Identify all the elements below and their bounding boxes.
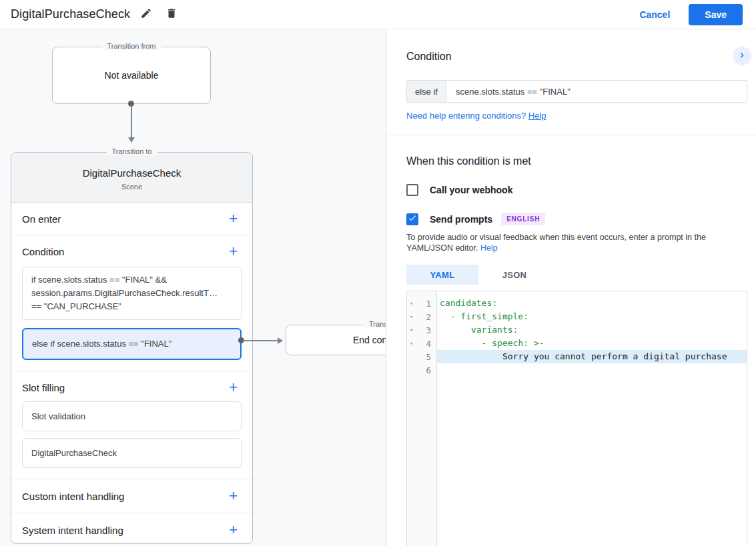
trash-icon — [165, 7, 177, 21]
prompt-help-link[interactable]: Help — [480, 243, 498, 253]
editor-gutter: ▾1 ▾2 ▾3 ▾4 5 6 — [407, 291, 437, 546]
custom-intent-label: Custom intent handling — [22, 491, 124, 502]
arrow-down-icon — [128, 137, 135, 143]
condition-prefix-label: else if — [407, 81, 446, 102]
transition-from-legend: Transition from — [102, 42, 161, 50]
slot-filling-label: Slot filling — [22, 382, 65, 393]
scene-name: DigitalPurchaseCheck — [11, 167, 252, 179]
transition-from-content: Not available — [53, 47, 210, 103]
main-area: Transition from Not available Transition… — [0, 29, 756, 546]
code-line: - speech: >- — [437, 337, 747, 350]
add-slot-button[interactable]: + — [228, 380, 239, 395]
line-number: 6 — [417, 365, 436, 375]
panel-title: Condition — [406, 51, 747, 63]
panel-divider — [386, 135, 756, 135]
condition-input-row: else if — [406, 80, 747, 103]
add-condition-button[interactable]: + — [228, 244, 239, 259]
line-number: 3 — [417, 325, 436, 335]
condition-section-label: Condition — [22, 246, 64, 257]
condition-if-line1: if scene.slots.status == "FINAL" && — [31, 273, 232, 287]
add-system-intent-button[interactable]: + — [228, 523, 239, 537]
send-prompts-label: Send prompts — [430, 214, 492, 225]
pencil-icon — [140, 7, 152, 21]
transition-from-node: Transition from Not available — [52, 47, 211, 104]
prompt-description: To provide audio or visual feedback when… — [406, 232, 747, 253]
edit-name-button[interactable] — [137, 5, 155, 24]
editor-code-area[interactable]: candidates: - first_simple: variants: - … — [437, 291, 747, 546]
slot-filling-section: Slot filling + Slot validation DigitalPu… — [11, 371, 252, 479]
checkmark-icon — [408, 213, 417, 225]
fold-arrow-icon[interactable]: ▾ — [407, 313, 417, 320]
condition-help-line: Need help entering conditions? Help — [406, 111, 747, 121]
on-enter-label: On enter — [22, 213, 61, 225]
scene-card: Transition to DigitalPurchaseCheck Scene… — [11, 152, 253, 544]
system-intent-row: System intent handling + — [11, 513, 252, 546]
arrow-right-icon — [278, 337, 283, 344]
webhook-checkbox-row[interactable]: Call your webhook — [406, 184, 747, 196]
condition-expression-input[interactable] — [446, 81, 747, 102]
send-prompts-checkbox-row[interactable]: Send prompts ENGLISH — [406, 213, 747, 225]
fold-arrow-icon[interactable]: ▾ — [407, 327, 417, 333]
slot-digitalpurchasecheck-item[interactable]: DigitalPurchaseCheck — [22, 438, 242, 468]
condition-elseif-item-selected[interactable]: else if scene.slots.status == "FINAL" — [22, 328, 242, 360]
save-button[interactable]: Save — [689, 4, 743, 25]
fold-arrow-icon[interactable]: ▾ — [407, 300, 417, 307]
add-custom-intent-button[interactable]: + — [228, 489, 239, 503]
condition-if-line2: session.params.DigitalPurchaseCheck.resu… — [31, 287, 232, 300]
webhook-checkbox-unchecked[interactable] — [406, 184, 418, 196]
condition-section: Condition + if scene.slots.status == "FI… — [11, 235, 252, 371]
when-condition-met-title: When this condition is met — [406, 155, 747, 167]
code-line — [437, 363, 747, 377]
on-enter-row: On enter + — [11, 203, 252, 235]
code-line: candidates: — [437, 297, 747, 310]
code-line: - first_simple: — [437, 310, 747, 323]
tab-json[interactable]: JSON — [478, 265, 550, 285]
code-editor[interactable]: ▾1 ▾2 ▾3 ▾4 5 6 candidates: - first_simp… — [406, 291, 747, 546]
condition-elseif-text: else if scene.slots.status == "FINAL" — [32, 337, 232, 351]
condition-detail-panel: Condition else if Need help entering con… — [386, 29, 756, 546]
line-number: 5 — [417, 352, 436, 362]
topbar-actions: Cancel Save — [634, 4, 745, 25]
webhook-label: Call your webhook — [430, 185, 512, 195]
scene-type-label: Scene — [11, 183, 252, 191]
cancel-button[interactable]: Cancel — [634, 5, 675, 24]
add-on-enter-button[interactable]: + — [228, 211, 239, 226]
chevron-right-icon — [737, 50, 747, 63]
tab-yaml[interactable]: YAML — [406, 265, 478, 285]
custom-intent-row: Custom intent handling + — [11, 479, 252, 513]
fold-arrow-icon[interactable]: ▾ — [407, 340, 417, 347]
line-number: 1 — [417, 299, 436, 309]
language-badge: ENGLISH — [501, 213, 545, 225]
help-link[interactable]: Help — [528, 111, 546, 121]
send-prompts-checkbox-checked[interactable] — [406, 213, 418, 225]
slot-validation-item[interactable]: Slot validation — [22, 401, 242, 431]
code-line: variants: — [437, 323, 747, 337]
line-number: 2 — [417, 312, 436, 322]
delete-scene-button[interactable] — [162, 5, 181, 24]
condition-if-item[interactable]: if scene.slots.status == "FINAL" && sess… — [22, 267, 242, 320]
line-number: 4 — [417, 339, 436, 349]
scene-card-header: DigitalPurchaseCheck Scene — [11, 153, 252, 203]
code-line-highlighted: Sorry you cannot perform a digital purch… — [437, 350, 747, 363]
transition-to-legend: Transition to — [106, 147, 157, 155]
connector-line-horizontal — [243, 340, 278, 341]
condition-if-line3: == "CAN_PURCHASE" — [31, 300, 232, 313]
page-header: DigitalPurchaseCheck Cancel Save — [0, 0, 756, 29]
system-intent-label: System intent handling — [22, 525, 123, 536]
connector-line-vertical — [131, 105, 132, 137]
page-title: DigitalPurchaseCheck — [11, 7, 130, 21]
editor-tabs: YAML JSON — [406, 265, 747, 285]
help-text: Need help entering conditions? — [406, 111, 528, 121]
collapse-panel-button[interactable] — [733, 47, 751, 65]
